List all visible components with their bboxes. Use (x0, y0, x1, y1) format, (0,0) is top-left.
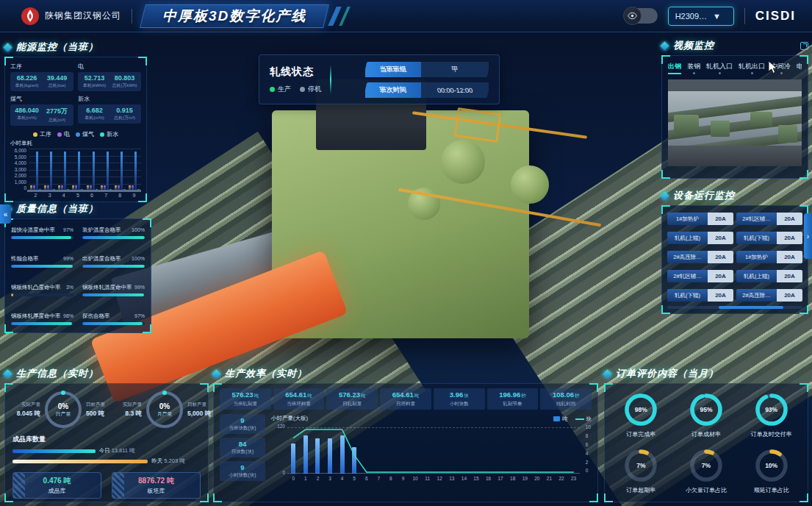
bar-group (43, 152, 57, 190)
x-tick-label: 17 (495, 476, 507, 481)
card-value: 576.23吨 (327, 391, 377, 399)
donut-value: 98% (622, 391, 659, 428)
progress-track (11, 265, 73, 268)
equipment-label-chip[interactable]: 轧机(上辊) (736, 270, 777, 282)
line-status-title: 轧线状态 (270, 65, 321, 79)
line-selector-dropdown[interactable]: H2309… ▼ (668, 7, 734, 26)
bar-fill (12, 460, 148, 463)
energy-metric: 39.449总耗(tce) (42, 74, 72, 89)
equipment-label-chip[interactable]: 2#高压除… (667, 251, 708, 263)
video-tab-6[interactable]: 电动热 (797, 62, 802, 74)
equipment-cell: 轧机(上辊)20A (736, 270, 802, 282)
legend-item: 新水 (100, 130, 118, 138)
energy-group-title: 新水 (78, 95, 141, 103)
legend-label: 新水 (107, 130, 118, 138)
card-label: 日坯料量 (381, 401, 431, 407)
card-unit: 吨 (414, 393, 420, 398)
efficiency-metric-cards: 576.23吨当班轧制量654.61吨当班坯料量576.23吨日轧制量654.6… (220, 388, 592, 410)
bar (50, 152, 52, 190)
progress-track (82, 322, 145, 325)
donut-label: 顺延订单占比 (754, 486, 789, 494)
divider (330, 65, 331, 94)
donut-label: 订单完成率 (626, 430, 655, 438)
gauge-value: 500 吨 (86, 410, 114, 418)
legend-label: 停机 (308, 85, 321, 94)
equipment-label-chip[interactable]: 2#轧区辅… (667, 270, 708, 282)
donut-value: 7% (688, 447, 725, 484)
progress-fill (82, 322, 143, 325)
progress-track (82, 265, 145, 268)
left-collapse-tab[interactable]: « (0, 204, 11, 224)
equipment-value-chip: 20A (708, 270, 733, 282)
bar-group (127, 152, 141, 190)
card-unit: 秒 (521, 393, 526, 398)
quality-item: 装炉温度合格率100% (82, 227, 145, 239)
right-collapse-tab[interactable]: › (804, 213, 812, 259)
x-tick-label: 23 (567, 476, 580, 481)
equipment-label-chip[interactable]: 轧机(上辊) (667, 232, 708, 244)
equipment-rows: 1#加热炉20A2#轧区辅…20A轧机(上辊)20A轧机(下辊)20A2#高压除… (667, 213, 802, 302)
donut-value: 95% (688, 391, 725, 428)
energy-metric-value: 80.803 (109, 74, 140, 82)
video-tab-2[interactable]: 装钢 (687, 62, 700, 74)
quality-label: 钢板终轧凸度命中率 (11, 284, 61, 291)
energy-metric-value: 6.682 (79, 107, 109, 114)
panel-icon (660, 41, 669, 51)
video-tab-4[interactable]: 轧机出口 (739, 62, 765, 74)
energy-metric: 486.040单耗(m³/t) (12, 107, 42, 124)
progress-track (82, 236, 145, 239)
quality-item: 出炉温度合格率100% (82, 255, 145, 268)
quality-value: 97% (134, 313, 145, 318)
bar-group (85, 152, 99, 190)
gauge-label: 目标产量 (187, 402, 215, 408)
equipment-label-chip[interactable]: 2#轧区辅… (736, 213, 777, 225)
chart-legend: 吨 块 (553, 416, 592, 423)
equipment-row: 2#轧区辅…20A轧机(上辊)20A (667, 270, 802, 282)
energy-metric-value: 2775万 (42, 107, 72, 116)
equipment-cell: 轧机(下辊)20A (667, 289, 733, 302)
equipment-label-chip[interactable]: 轧机(下辊) (667, 289, 708, 302)
order-donut: 98%订单完成率 (611, 391, 672, 438)
visibility-toggle[interactable] (624, 8, 658, 24)
quality-label: 出炉温度合格率 (82, 255, 121, 263)
quality-item-header: 钢板终轧凸度命中率3% (11, 284, 73, 291)
quality-label: 超快冷温度命中率 (11, 227, 55, 234)
energy-metric-label: 单耗(kWh/t) (79, 82, 109, 89)
panel-title: 视频监控 (673, 39, 714, 52)
energy-group-card: 6.682单耗(m³/t)0.915总耗(万m³) (78, 104, 141, 124)
equipment-label-chip[interactable]: 1#加热炉 (736, 251, 777, 263)
legend-dot (76, 132, 80, 137)
bar-name: 昨天 (151, 457, 162, 464)
equipment-label-chip[interactable]: 轧机(下辊) (736, 232, 777, 244)
chart-title: 小时产量(大板) (271, 415, 308, 422)
panel-production-info: 生产信息（实时） 实际产量 8.045 吨 0% (4, 366, 209, 502)
panel-title: 生产效率（实时） (225, 367, 307, 380)
slab-stock-card: 8876.72 吨 板坯库 (112, 472, 201, 499)
equipment-label-chip[interactable]: 2#高压除… (736, 289, 777, 302)
energy-group-title: 工序 (10, 63, 73, 71)
card-unit: 块 (464, 393, 469, 398)
expand-icon[interactable] (800, 42, 808, 50)
video-tab-1[interactable]: 出钢 (668, 62, 681, 74)
legend-dot (100, 132, 104, 137)
bar (64, 152, 66, 190)
equipment-label-chip[interactable]: 1#加热炉 (667, 213, 708, 225)
gauge-percent: 0% (159, 402, 170, 410)
equipment-cell: 2#高压除…20A (736, 289, 802, 302)
x-tick-label: 10 (409, 476, 422, 481)
x-tick-label: 20 (531, 476, 544, 481)
panel-title: 设备运行监控 (673, 189, 735, 202)
video-feed[interactable] (668, 79, 802, 166)
x-tick-label: 8 (385, 476, 398, 481)
equipment-row: 轧机(上辊)20A轧机(下辊)20A (667, 232, 802, 244)
scrollbar-thumb[interactable] (719, 306, 783, 309)
x-tick-label: 21 (543, 476, 556, 481)
scrollbar[interactable] (667, 306, 802, 309)
quality-item: 超快冷温度命中率97% (11, 227, 73, 239)
equipment-cell: 轧机(上辊)20A (667, 232, 733, 244)
panel-video-monitor: 视频监控 出钢装钢轧机入口轧机出口中间冷电动热 (661, 38, 808, 179)
bar (78, 152, 80, 190)
donut-label: 订单及时交付率 (751, 430, 792, 438)
progress-fill (11, 265, 73, 268)
video-tab-3[interactable]: 轧机入口 (706, 62, 733, 74)
